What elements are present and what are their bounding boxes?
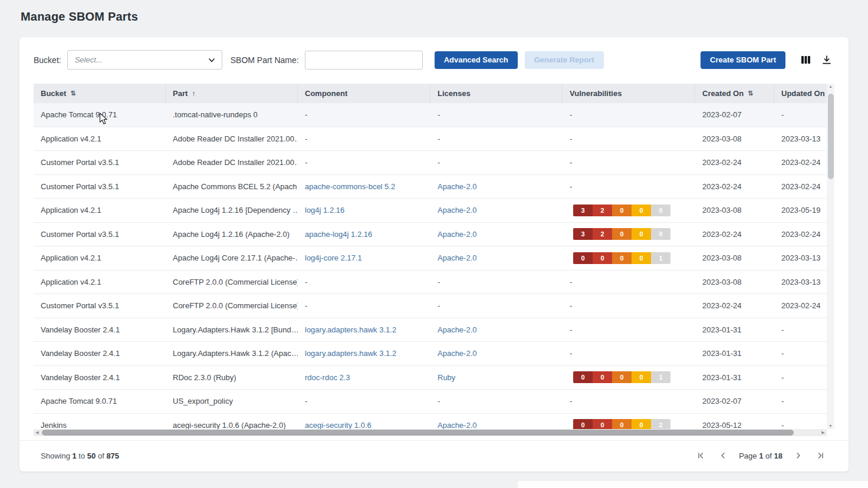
advanced-search-button[interactable]: Advanced Search — [435, 51, 518, 69]
cell-component-text[interactable]: logary.adapters.hawk 3.1.2 — [305, 349, 396, 358]
vulnerability-badge[interactable]: 00001 — [573, 371, 670, 383]
table-row[interactable]: Customer Portal v3.5.1CoreFTP 2.0.0 (Com… — [34, 294, 827, 318]
vulnerability-badge[interactable]: 00001 — [573, 252, 670, 264]
cell-component-text[interactable]: acegi-security 1.0.6 — [305, 421, 371, 429]
cell-updated-on-text: - — [781, 349, 784, 358]
cell-component-text[interactable]: log4j 1.2.16 — [305, 206, 344, 215]
vertical-scrollbar-thumb[interactable] — [828, 94, 834, 179]
vulnerability-severity-1: 0 — [573, 371, 593, 383]
generate-report-button: Generate Report — [525, 51, 604, 69]
cell-bucket: Vandelay Booster 2.4.1 — [34, 318, 166, 342]
table-row[interactable]: Customer Portal v3.5.1Apache Log4j 1.2.1… — [34, 223, 827, 247]
cell-license[interactable]: Apache-2.0 — [430, 246, 563, 270]
background-strip — [518, 481, 868, 488]
sort-icon[interactable]: ⇅ — [748, 90, 753, 97]
column-header-part[interactable]: Part↑ — [166, 84, 298, 103]
first-page-button[interactable] — [694, 450, 707, 461]
bucket-select[interactable]: Select... — [67, 50, 222, 70]
cell-part: Adobe Reader DC Installer 2021.00… — [166, 151, 298, 174]
scroll-right-icon[interactable]: ▶ — [820, 430, 827, 435]
cell-license[interactable]: Apache-2.0 — [430, 223, 563, 246]
cell-bucket-text: Application v4.2.1 — [41, 278, 101, 286]
vertical-scrollbar[interactable]: ▲ ▼ — [827, 84, 834, 429]
cell-part-text: Apache Log4j 1.2.16 (Apache-2.0) — [173, 230, 290, 239]
table-row[interactable]: Application v4.2.1Apache Log4j 1.2.16 [D… — [34, 199, 827, 223]
cell-component-text[interactable]: rdoc-rdoc 2.3 — [305, 373, 350, 382]
table-row[interactable]: Apache Tomcat 9.0.71.tomcat-native-runde… — [34, 103, 827, 127]
cell-component[interactable]: logary.adapters.hawk 3.1.2 — [298, 318, 430, 342]
cell-created-on-text: 2023-03-08 — [702, 134, 742, 143]
cell-license-text[interactable]: Apache-2.0 — [438, 182, 477, 191]
cell-created-on: 2023-03-08 — [695, 199, 774, 222]
scroll-down-icon[interactable]: ▼ — [828, 423, 833, 429]
cell-updated-on-text: - — [781, 421, 784, 429]
table-row[interactable]: Application v4.2.1Adobe Reader DC Instal… — [34, 127, 827, 151]
column-header-updated-on[interactable]: Updated On⇅ — [774, 84, 827, 103]
cell-license-text[interactable]: Apache-2.0 — [438, 253, 477, 262]
cell-component: - — [298, 390, 430, 413]
cell-component: - — [298, 103, 430, 127]
cell-license-text[interactable]: Apache-2.0 — [438, 421, 477, 429]
cell-license[interactable]: Apache-2.0 — [430, 318, 563, 342]
cell-license-text[interactable]: Ruby — [438, 373, 455, 382]
cell-license-text[interactable]: Apache-2.0 — [438, 349, 477, 358]
vulnerability-badge[interactable]: 32000 — [573, 228, 670, 240]
last-page-button[interactable] — [814, 450, 827, 461]
cell-license[interactable]: Apache-2.0 — [430, 175, 563, 199]
column-header-created-on[interactable]: Created On⇅ — [695, 84, 774, 103]
scroll-up-icon[interactable]: ▲ — [828, 84, 833, 90]
horizontal-scrollbar-thumb[interactable] — [42, 430, 794, 436]
table-row[interactable]: Application v4.2.1Apache Log4j Core 2.17… — [34, 246, 827, 271]
create-sbom-part-button[interactable]: Create SBOM Part — [701, 51, 785, 69]
scroll-left-icon[interactable]: ◀ — [34, 430, 41, 435]
cell-component[interactable]: acegi-security 1.0.6 — [298, 414, 430, 430]
download-icon[interactable] — [819, 52, 834, 67]
cell-license-text[interactable]: Apache-2.0 — [438, 325, 477, 334]
cell-component[interactable]: apache-log4j 1.2.16 — [298, 223, 430, 246]
vulnerability-badge[interactable]: 32000 — [573, 205, 670, 216]
cell-bucket-text: Customer Portal v3.5.1 — [41, 158, 119, 167]
cell-component-text[interactable]: log4j-core 2.17.1 — [305, 253, 362, 262]
column-chooser-icon[interactable] — [798, 53, 813, 67]
cell-vulnerabilities-text: - — [570, 134, 572, 143]
cell-component-text[interactable]: logary.adapters.hawk 3.1.2 — [305, 325, 396, 334]
cell-component[interactable]: apache-commons-bcel 5.2 — [298, 175, 430, 199]
cell-license[interactable]: Apache-2.0 — [430, 199, 563, 222]
table-row[interactable]: Apache Tomcat 9.0.71US_export_policy---2… — [34, 390, 827, 414]
cell-part-text: Apache Log4j 1.2.16 [Dependency … — [173, 206, 298, 215]
showing-to: 50 — [87, 451, 96, 460]
cell-license[interactable]: Apache-2.0 — [430, 342, 563, 365]
vulnerability-badge[interactable]: 00002 — [573, 419, 670, 429]
cell-license[interactable]: Ruby — [430, 366, 563, 390]
cell-license: - — [430, 151, 563, 174]
sbom-part-name-input[interactable] — [305, 51, 423, 70]
cell-component[interactable]: log4j-core 2.17.1 — [298, 246, 430, 270]
sort-ascending-icon[interactable]: ↑ — [192, 90, 195, 98]
cell-vulnerabilities: 00002 — [563, 414, 695, 430]
horizontal-scrollbar[interactable]: ◀ ▶ — [34, 429, 827, 436]
table-row[interactable]: Vandelay Booster 2.4.1RDoc 2.3.0 (Ruby)r… — [34, 366, 827, 390]
table-row[interactable]: Vandelay Booster 2.4.1Logary.Adapters.Ha… — [34, 342, 827, 366]
cell-license-text[interactable]: Apache-2.0 — [438, 230, 477, 239]
cell-component[interactable]: rdoc-rdoc 2.3 — [298, 366, 430, 390]
table-row[interactable]: Vandelay Booster 2.4.1Logary.Adapters.Ha… — [34, 318, 827, 342]
cell-bucket: Vandelay Booster 2.4.1 — [34, 342, 166, 365]
cell-component-text[interactable]: apache-commons-bcel 5.2 — [305, 182, 395, 191]
cell-component[interactable]: logary.adapters.hawk 3.1.2 — [298, 342, 430, 365]
table-row[interactable]: Application v4.2.1CoreFTP 2.0.0 (Commerc… — [34, 271, 827, 295]
column-header-bucket[interactable]: Bucket⇅ — [34, 84, 166, 103]
cell-component[interactable]: log4j 1.2.16 — [298, 199, 430, 222]
table-row[interactable]: Jenkinsacegi-security 1.0.6 (Apache-2.0)… — [34, 414, 827, 430]
sort-icon[interactable]: ⇅ — [70, 90, 75, 97]
cell-created-on: 2023-02-24 — [695, 175, 774, 199]
cell-license-text[interactable]: Apache-2.0 — [438, 206, 477, 215]
table-row[interactable]: Customer Portal v3.5.1Adobe Reader DC In… — [34, 151, 827, 175]
vulnerability-severity-3: 0 — [612, 228, 632, 240]
cell-license[interactable]: Apache-2.0 — [430, 414, 563, 430]
next-page-button[interactable] — [792, 450, 805, 461]
previous-page-button[interactable] — [716, 450, 729, 461]
cell-part-text: Apache Log4j Core 2.17.1 (Apache-… — [173, 253, 298, 262]
table-row[interactable]: Customer Portal v3.5.1Apache Commons BCE… — [34, 175, 827, 199]
cell-updated-on-text: 2023-02-24 — [781, 230, 821, 239]
cell-component-text[interactable]: apache-log4j 1.2.16 — [305, 230, 372, 239]
